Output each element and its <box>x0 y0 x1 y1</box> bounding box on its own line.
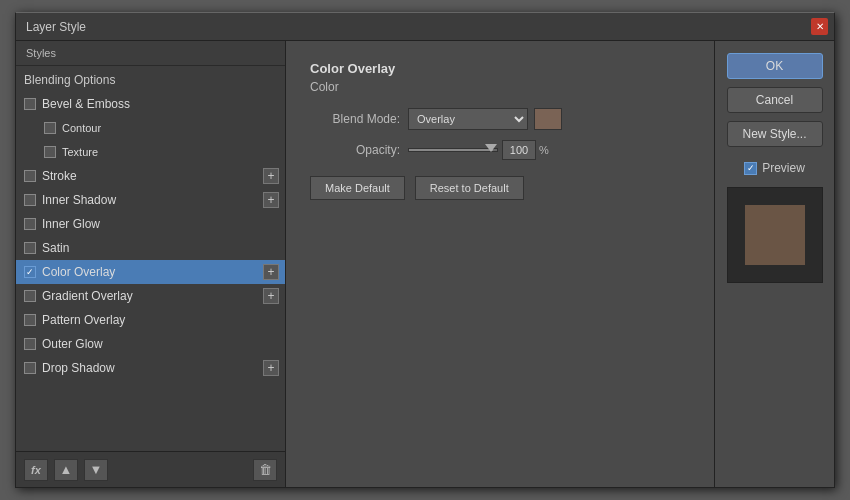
move-down-button[interactable]: ▼ <box>84 459 108 481</box>
blend-mode-select[interactable]: Overlay Normal Multiply Screen <box>408 108 528 130</box>
texture-checkbox[interactable] <box>44 146 56 158</box>
sidebar-item-texture[interactable]: Texture <box>16 140 285 164</box>
delete-button[interactable]: 🗑 <box>253 459 277 481</box>
texture-label: Texture <box>62 146 98 158</box>
drop-shadow-checkbox[interactable] <box>24 362 36 374</box>
preview-checkbox[interactable] <box>744 162 757 175</box>
blend-mode-row: Blend Mode: Overlay Normal Multiply Scre… <box>310 108 690 130</box>
drop-shadow-label: Drop Shadow <box>42 361 115 375</box>
inner-shadow-label: Inner Shadow <box>42 193 116 207</box>
preview-inner <box>745 205 805 265</box>
bevel-emboss-label: Bevel & Emboss <box>42 97 130 111</box>
pattern-overlay-label: Pattern Overlay <box>42 313 125 327</box>
middle-panel: Color Overlay Color Blend Mode: Overlay … <box>286 41 714 487</box>
color-swatch[interactable] <box>534 108 562 130</box>
bevel-emboss-checkbox[interactable] <box>24 98 36 110</box>
stroke-add-button[interactable]: + <box>263 168 279 184</box>
title-bar: Layer Style ✕ <box>16 13 834 41</box>
preview-canvas <box>727 187 823 283</box>
opacity-value[interactable]: 100 <box>502 140 536 160</box>
gradient-overlay-label: Gradient Overlay <box>42 289 133 303</box>
preview-row: Preview <box>744 161 805 175</box>
sidebar-item-inner-glow[interactable]: Inner Glow <box>16 212 285 236</box>
action-buttons: Make Default Reset to Default <box>310 176 690 200</box>
sub-section-title: Color <box>310 80 690 94</box>
opacity-slider-track[interactable] <box>408 148 498 152</box>
sidebar-item-gradient-overlay[interactable]: Gradient Overlay + <box>16 284 285 308</box>
move-up-button[interactable]: ▲ <box>54 459 78 481</box>
fx-label: fx <box>31 464 41 476</box>
opacity-label: Opacity: <box>310 143 400 157</box>
contour-label: Contour <box>62 122 101 134</box>
gradient-overlay-checkbox[interactable] <box>24 290 36 302</box>
layer-list: Blending Options Bevel & Emboss Contour … <box>16 66 285 451</box>
up-icon: ▲ <box>60 462 73 477</box>
contour-checkbox[interactable] <box>44 122 56 134</box>
sidebar-item-inner-shadow[interactable]: Inner Shadow + <box>16 188 285 212</box>
right-panel: OK Cancel New Style... Preview <box>714 41 834 487</box>
inner-shadow-checkbox[interactable] <box>24 194 36 206</box>
satin-label: Satin <box>42 241 69 255</box>
blending-options-label: Blending Options <box>24 73 115 87</box>
opacity-percent: % <box>539 144 549 156</box>
dialog-title: Layer Style <box>26 20 86 34</box>
inner-shadow-add-button[interactable]: + <box>263 192 279 208</box>
layer-style-dialog: 思缘设计论坛 www.missyuan.com Layer Style ✕ St… <box>15 12 835 488</box>
gradient-overlay-add-button[interactable]: + <box>263 288 279 304</box>
new-style-button[interactable]: New Style... <box>727 121 823 147</box>
close-button[interactable]: ✕ <box>811 18 828 35</box>
pattern-overlay-checkbox[interactable] <box>24 314 36 326</box>
dialog-body: Styles Blending Options Bevel & Emboss C… <box>16 41 834 487</box>
ok-button[interactable]: OK <box>727 53 823 79</box>
opacity-slider-fill <box>409 149 493 151</box>
trash-icon: 🗑 <box>259 462 272 477</box>
sidebar-item-contour[interactable]: Contour <box>16 116 285 140</box>
reset-default-button[interactable]: Reset to Default <box>415 176 524 200</box>
drop-shadow-add-button[interactable]: + <box>263 360 279 376</box>
opacity-thumb <box>485 144 497 152</box>
section-title: Color Overlay <box>310 61 690 76</box>
left-panel-footer: fx ▲ ▼ 🗑 <box>16 451 285 487</box>
sidebar-item-blending-options[interactable]: Blending Options <box>16 68 285 92</box>
sidebar-item-pattern-overlay[interactable]: Pattern Overlay <box>16 308 285 332</box>
sidebar-item-stroke[interactable]: Stroke + <box>16 164 285 188</box>
sidebar-item-color-overlay[interactable]: Color Overlay + <box>16 260 285 284</box>
inner-glow-checkbox[interactable] <box>24 218 36 230</box>
color-overlay-add-button[interactable]: + <box>263 264 279 280</box>
color-overlay-label: Color Overlay <box>42 265 115 279</box>
make-default-button[interactable]: Make Default <box>310 176 405 200</box>
blend-mode-label: Blend Mode: <box>310 112 400 126</box>
styles-header: Styles <box>16 41 285 66</box>
stroke-label: Stroke <box>42 169 77 183</box>
stroke-checkbox[interactable] <box>24 170 36 182</box>
left-panel: Styles Blending Options Bevel & Emboss C… <box>16 41 286 487</box>
fx-button[interactable]: fx <box>24 459 48 481</box>
inner-glow-label: Inner Glow <box>42 217 100 231</box>
sidebar-item-drop-shadow[interactable]: Drop Shadow + <box>16 356 285 380</box>
sidebar-item-satin[interactable]: Satin <box>16 236 285 260</box>
outer-glow-checkbox[interactable] <box>24 338 36 350</box>
cancel-button[interactable]: Cancel <box>727 87 823 113</box>
opacity-slider-container <box>408 142 498 158</box>
opacity-row: Opacity: 100 % <box>310 140 690 160</box>
sidebar-item-outer-glow[interactable]: Outer Glow <box>16 332 285 356</box>
down-icon: ▼ <box>90 462 103 477</box>
preview-label: Preview <box>762 161 805 175</box>
outer-glow-label: Outer Glow <box>42 337 103 351</box>
color-overlay-checkbox[interactable] <box>24 266 36 278</box>
sidebar-item-bevel-emboss[interactable]: Bevel & Emboss <box>16 92 285 116</box>
satin-checkbox[interactable] <box>24 242 36 254</box>
